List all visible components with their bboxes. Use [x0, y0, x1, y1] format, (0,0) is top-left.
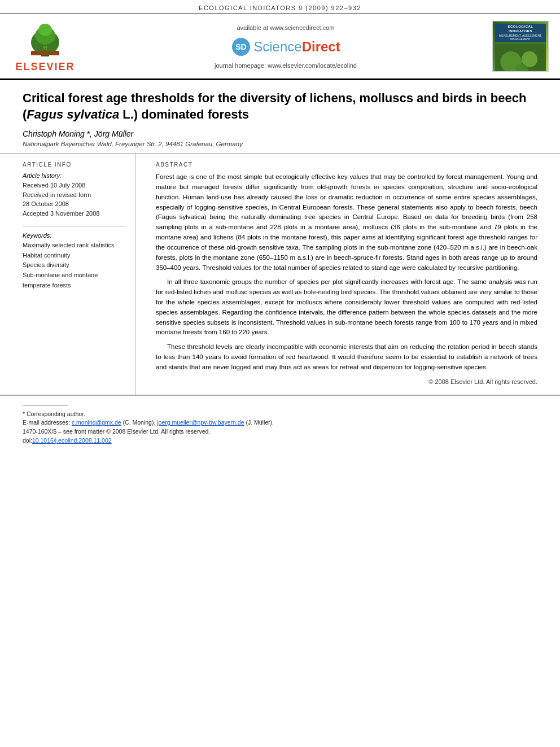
corresponding-author-note: * Corresponding author. — [23, 410, 537, 419]
article-title-section: Critical forest age thresholds for the d… — [0, 80, 560, 154]
sciencedirect-logo: SD ScienceDirect — [231, 37, 340, 57]
eco-journal-title-box: ECOLOGICAL INDICATORS MEASUREMENT, ASSES… — [495, 24, 546, 42]
elsevier-logo: 🌿 ELSEVIER — [11, 20, 79, 73]
svg-text:🌿: 🌿 — [43, 45, 48, 50]
accepted-date: Accepted 3 November 2008 — [23, 209, 126, 219]
journal-header-text: ECOLOGICAL INDICATORS 9 (2009) 922–932 — [199, 5, 361, 11]
abstract-text: Forest age is one of the most simple but… — [156, 172, 537, 386]
authors: Christoph Moning *, Jörg Müller — [23, 129, 537, 138]
keyword-3: Species diversity — [23, 260, 126, 270]
banner-area: 🌿 ELSEVIER available at www.sciencedirec… — [0, 14, 560, 80]
revised-date: 28 October 2008 — [23, 199, 126, 209]
email-2-link[interactable]: joerg.mueller@npv-bw.bayern.de — [157, 419, 244, 426]
footer-divider — [23, 405, 68, 405]
elsevier-brand-text: ELSEVIER — [15, 61, 75, 73]
eco-cover-svg — [495, 42, 546, 72]
issn-note: 1470-160X/$ – see front matter © 2008 El… — [23, 427, 537, 436]
doi-note: doi:10.1016/j.ecolind.2008.11.002 — [23, 436, 537, 445]
footer-section: * Corresponding author. E-mail addresses… — [0, 395, 560, 451]
revised-label: Received in revised form — [23, 190, 126, 200]
page-wrapper: ECOLOGICAL INDICATORS 9 (2009) 922–932 🌿… — [0, 0, 560, 451]
article-history-section: Article history: Received 10 July 2008 R… — [23, 172, 126, 218]
abstract-paragraph-2: In all three taxonomic groups the number… — [156, 277, 537, 338]
svg-rect-4 — [31, 51, 59, 55]
svg-point-3 — [38, 24, 52, 36]
keyword-1: Maximally selected rank statistics — [23, 241, 126, 251]
sd-logo-icon: SD — [231, 37, 251, 57]
doi-link[interactable]: 10.1016/j.ecolind.2008.11.002 — [32, 437, 112, 444]
keyword-2: Habitat continuity — [23, 251, 126, 261]
journal-header: ECOLOGICAL INDICATORS 9 (2009) 922–932 — [0, 0, 560, 14]
eco-cover-image — [495, 42, 546, 72]
available-text: available at www.sciencedirect.com — [79, 24, 492, 31]
email-note: E-mail addresses: c.moning@gmx.de (C. Mo… — [23, 418, 537, 427]
email-1-link[interactable]: c.moning@gmx.de — [72, 419, 121, 426]
received-date: Received 10 July 2008 — [23, 181, 126, 190]
two-column-layout: ARTICLE INFO Article history: Received 1… — [0, 154, 560, 395]
eco-journal-cover: ECOLOGICAL INDICATORS MEASUREMENT, ASSES… — [492, 21, 549, 72]
col-divider — [23, 226, 126, 226]
left-column: ARTICLE INFO Article history: Received 1… — [23, 154, 135, 394]
eco-title-line1: ECOLOGICAL INDICATORS — [497, 25, 544, 34]
article-main-title: Critical forest age thresholds for the d… — [23, 90, 537, 123]
article-info-heading: ARTICLE INFO — [23, 161, 126, 168]
abstract-paragraph-1: Forest age is one of the most simple but… — [156, 172, 537, 273]
abstract-heading: ABSTRACT — [156, 161, 537, 168]
copyright-line: © 2008 Elsevier Ltd. All rights reserved… — [156, 377, 537, 387]
journal-homepage-text: journal homepage: www.elsevier.com/locat… — [79, 62, 492, 69]
keyword-4: Sub-montane and montanetemperate forests — [23, 270, 126, 290]
svg-text:SD: SD — [236, 42, 247, 51]
affiliation: Nationalpark Bayerischer Wald, Freyunger… — [23, 141, 537, 147]
right-column: ABSTRACT Forest age is one of the most s… — [147, 154, 537, 394]
center-banner: available at www.sciencedirect.com SD Sc… — [79, 24, 492, 69]
keywords-heading: Keywords: — [23, 232, 126, 239]
elsevier-tree-icon: 🌿 — [20, 20, 71, 59]
keywords-section: Keywords: Maximally selected rank statis… — [23, 232, 126, 290]
history-label: Article history: — [23, 172, 126, 179]
abstract-paragraph-3: These threshold levels are clearly incom… — [156, 342, 537, 372]
eco-title-line2: MEASUREMENT, ASSESSMENT, MANAGEMENT — [497, 34, 544, 41]
